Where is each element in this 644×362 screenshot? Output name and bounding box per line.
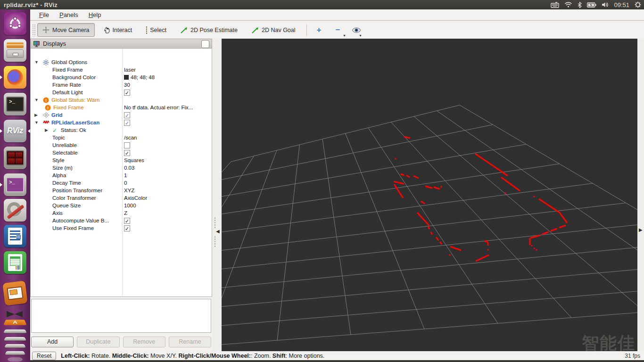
menu-item-help[interactable]: Help <box>84 10 106 19</box>
property-value[interactable]: 0.03 <box>124 165 134 171</box>
tool-interact[interactable]: Interact <box>99 23 138 37</box>
property-value[interactable]: ✓ <box>124 150 130 156</box>
3d-viewport[interactable]: 智能佳 <box>222 39 637 351</box>
menu-item-file[interactable]: File <box>35 10 53 19</box>
tree-row-background-color[interactable]: Background Color48; 48; 48 <box>31 74 212 82</box>
folded-icon[interactable] <box>4 337 26 341</box>
tree-row-global-options[interactable]: ▼Global Options <box>31 59 212 66</box>
property-value[interactable]: ✓ <box>124 120 130 126</box>
property-value[interactable]: Squares <box>124 157 144 163</box>
tree-row-grid[interactable]: ▶Grid✓ <box>31 112 212 119</box>
displays-panel-header[interactable]: Displays <box>30 39 212 49</box>
session-gear-icon[interactable] <box>635 1 641 8</box>
checkbox-unchecked[interactable] <box>124 142 130 148</box>
collapse-left-arrow-icon[interactable]: ◀ <box>216 229 220 234</box>
checkbox-checked[interactable]: ✓ <box>124 225 130 231</box>
folded-icon[interactable] <box>7 311 23 317</box>
collapse-icon[interactable]: ▼ <box>34 120 39 125</box>
dock-item-libreoffice-writer[interactable] <box>4 225 26 247</box>
collapse-icon[interactable]: ▼ <box>34 98 39 102</box>
tree-row-unreliable[interactable]: Unreliable <box>31 142 212 149</box>
tool-select[interactable]: Select <box>141 24 172 37</box>
menu-item-panels[interactable]: Panels <box>55 10 83 19</box>
tool-2d-nav-goal[interactable]: 2D Nav Goal <box>247 24 301 37</box>
tree-row-alpha[interactable]: Alpha1 <box>31 172 212 180</box>
right-splitter[interactable]: ▶ <box>637 39 644 351</box>
property-value[interactable]: 48; 48; 48 <box>124 74 155 80</box>
dock-item-terminal-purple[interactable]: >_ <box>4 173 26 196</box>
dock-item-firefox[interactable] <box>4 66 26 89</box>
tree-row-decay-time[interactable]: Decay Time0 <box>31 180 212 187</box>
checkbox-checked[interactable]: ✓ <box>124 112 130 118</box>
property-value[interactable]: /scan <box>124 135 137 140</box>
dock-item-file-manager[interactable] <box>4 39 26 62</box>
toolbar-drag-handle[interactable] <box>32 24 35 36</box>
property-value[interactable]: XYZ <box>124 188 134 193</box>
tool-move-camera[interactable]: Move Camera <box>37 23 95 37</box>
zoom-in-button[interactable]: + <box>312 23 327 37</box>
zoom-out-dropdown-caret[interactable]: ▾ <box>343 33 345 38</box>
wifi-icon[interactable] <box>564 2 572 8</box>
tree-row-autocompute-value-b-[interactable]: Autocompute Value B...✓ <box>31 217 212 225</box>
battery-icon[interactable] <box>587 2 596 8</box>
tree-row-queue-size[interactable]: Queue Size1000 <box>31 202 212 210</box>
tree-row-fixed-frame[interactable]: !Fixed FrameNo tf data. Actual error: Fi… <box>31 104 212 112</box>
tree-row-frame-rate[interactable]: Frame Rate30 <box>31 82 212 89</box>
dock-item-terminator[interactable] <box>4 147 26 169</box>
property-value[interactable]: No tf data. Actual error: Fix... <box>124 105 193 110</box>
tree-row-status-ok[interactable]: ▶✓Status: Ok <box>31 127 212 134</box>
reset-button[interactable]: Reset <box>32 352 56 360</box>
property-value[interactable]: ✓ <box>124 90 130 96</box>
checkbox-checked[interactable]: ✓ <box>124 90 130 96</box>
bluetooth-icon[interactable] <box>578 2 582 8</box>
tree-row-rplidarlaserscan[interactable]: ▼RPLidarLaserScan✓ <box>31 119 212 127</box>
property-value[interactable]: 30 <box>124 82 130 88</box>
add-button[interactable]: Add <box>31 337 74 347</box>
dock-item-libreoffice-calc[interactable] <box>4 251 26 274</box>
property-value[interactable]: 0 <box>124 180 127 186</box>
expand-right-arrow-icon[interactable]: ▶ <box>639 227 643 232</box>
tree-row-position-transformer[interactable]: Position TransformerXYZ <box>31 187 212 195</box>
panel-detach-button[interactable] <box>201 40 209 48</box>
expand-icon[interactable]: ▶ <box>34 113 38 117</box>
tree-row-use-fixed-frame[interactable]: Use Fixed Frame✓ <box>31 225 212 232</box>
property-value[interactable] <box>124 142 130 149</box>
render-canvas[interactable] <box>222 39 637 351</box>
property-value[interactable]: ✓ <box>124 225 130 231</box>
tree-row-size-m-[interactable]: Size (m)0.03 <box>31 165 212 172</box>
collapse-icon[interactable]: ▼ <box>34 60 39 65</box>
visibility-button[interactable] <box>352 27 361 33</box>
tree-row-selectable[interactable]: Selectable✓ <box>31 149 212 157</box>
volume-icon[interactable] <box>602 2 609 8</box>
checkbox-checked[interactable]: ✓ <box>124 150 130 156</box>
checkbox-checked[interactable]: ✓ <box>124 120 130 126</box>
checkbox-checked[interactable]: ✓ <box>124 218 130 224</box>
dock-item-rviz-app[interactable]: RViz <box>4 120 26 142</box>
tree-row-fixed-frame[interactable]: Fixed Framelaser <box>31 66 212 74</box>
folded-icon[interactable] <box>5 351 25 355</box>
clock[interactable]: 09:51 <box>614 1 629 8</box>
folded-icon[interactable] <box>4 344 26 348</box>
tool-2d-pose-estimate[interactable]: 2D Pose Estimate <box>175 24 243 37</box>
expand-icon[interactable]: ▶ <box>45 128 48 132</box>
property-value[interactable]: AxisColor <box>124 195 147 201</box>
dock-item-libreoffice-impress[interactable] <box>2 280 27 305</box>
property-value[interactable]: Z <box>124 210 127 216</box>
tree-row-color-transformer[interactable]: Color TransformerAxisColor <box>31 195 212 202</box>
property-value[interactable]: laser <box>124 67 136 73</box>
folded-icon[interactable] <box>3 329 27 333</box>
dock-item-terminal[interactable]: >_ <box>4 93 26 115</box>
tree-row-global-status-warn[interactable]: ▼!Global Status: Warn <box>31 97 212 104</box>
tree-row-axis[interactable]: AxisZ <box>31 210 212 217</box>
property-value[interactable]: ✓ <box>124 218 130 224</box>
property-value[interactable]: 1 <box>124 173 127 178</box>
visibility-dropdown-caret[interactable]: ▾ <box>359 33 361 38</box>
keyboard-icon[interactable] <box>551 2 559 8</box>
property-value[interactable]: ✓ <box>124 112 130 118</box>
tree-row-style[interactable]: StyleSquares <box>31 157 212 165</box>
folded-icon-a[interactable]: A <box>3 320 26 325</box>
dock-item-system-settings[interactable] <box>4 199 26 222</box>
left-splitter[interactable]: ◀ <box>212 39 222 351</box>
displays-property-tree[interactable]: ▼Global OptionsFixed FramelaserBackgroun… <box>30 49 212 297</box>
property-value[interactable]: 1000 <box>124 203 136 208</box>
